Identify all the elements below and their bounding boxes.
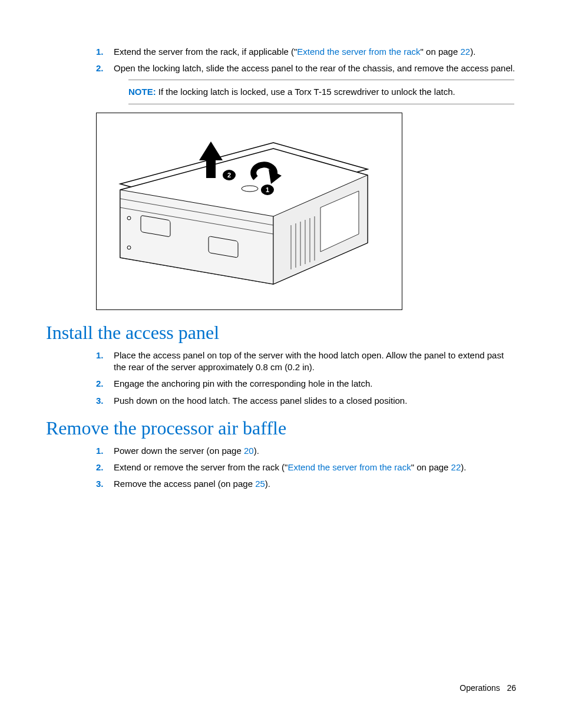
step-text-pre: Extend or remove the server from the rac… bbox=[114, 462, 287, 472]
step-text-post: ). bbox=[470, 47, 475, 57]
step-number: 1. bbox=[96, 350, 104, 361]
step-text-post: ). bbox=[254, 446, 259, 456]
svg-point-24 bbox=[242, 186, 258, 192]
install-step-list: 1. Place the access panel on top of the … bbox=[46, 350, 516, 407]
step-text-post: ). bbox=[461, 462, 466, 472]
link-page-22[interactable]: 22 bbox=[451, 462, 461, 472]
step-item: 2. Extend or remove the server from the … bbox=[96, 462, 516, 473]
footer-page-number: 26 bbox=[507, 683, 516, 693]
step-item: 1. Extend the server from the rack, if a… bbox=[96, 46, 516, 58]
step-number: 3. bbox=[96, 478, 104, 490]
step-item: 2. Engage the anchoring pin with the cor… bbox=[96, 378, 516, 390]
note-text: If the locking latch is locked, use a To… bbox=[156, 87, 455, 97]
step-item: 1. Place the access panel on top of the … bbox=[96, 350, 516, 374]
heading-install-access-panel: Install the access panel bbox=[46, 322, 516, 344]
callout-1: 1 bbox=[261, 185, 274, 195]
link-page-25[interactable]: 25 bbox=[255, 479, 265, 489]
step-number: 2. bbox=[96, 378, 104, 390]
step-text-pre: Extend the server from the rack, if appl… bbox=[114, 47, 297, 57]
top-step-list: 1. Extend the server from the rack, if a… bbox=[46, 46, 516, 75]
note-label: NOTE: bbox=[128, 87, 156, 97]
link-page-20[interactable]: 20 bbox=[244, 446, 254, 456]
callout-2: 2 bbox=[223, 170, 236, 180]
svg-marker-18 bbox=[199, 141, 223, 160]
step-text-pre: Power down the server (on page bbox=[114, 446, 244, 456]
step-number: 2. bbox=[96, 62, 104, 74]
svg-text:1: 1 bbox=[266, 186, 269, 193]
step-number: 1. bbox=[96, 445, 104, 457]
step-text: Open the locking latch, slide the access… bbox=[114, 63, 515, 73]
step-text-pre: Remove the access panel (on page bbox=[114, 479, 255, 489]
step-text: Push down on the hood latch. The access … bbox=[114, 396, 407, 406]
step-item: 2. Open the locking latch, slide the acc… bbox=[96, 62, 516, 74]
svg-text:2: 2 bbox=[227, 172, 231, 179]
step-item: 1. Power down the server (on page 20). bbox=[96, 445, 516, 457]
step-number: 3. bbox=[96, 395, 104, 407]
step-text-mid: " on page bbox=[411, 462, 451, 472]
link-page-22[interactable]: 22 bbox=[460, 47, 470, 57]
server-illustration: 2 1 bbox=[97, 113, 402, 309]
step-item: 3. Remove the access panel (on page 25). bbox=[96, 478, 516, 490]
footer-section: Operations bbox=[459, 683, 500, 693]
page-footer: Operations 26 bbox=[459, 683, 516, 693]
link-extend-server[interactable]: Extend the server from the rack bbox=[287, 462, 411, 472]
step-number: 1. bbox=[96, 46, 104, 58]
step-text: Engage the anchoring pin with the corres… bbox=[114, 378, 372, 388]
link-extend-server[interactable]: Extend the server from the rack bbox=[297, 47, 420, 57]
step-number: 2. bbox=[96, 462, 104, 473]
server-access-panel-figure: 2 1 bbox=[96, 113, 402, 310]
heading-remove-processor-air-baffle: Remove the processor air baffle bbox=[46, 417, 516, 439]
step-text-post: ). bbox=[265, 479, 270, 489]
step-text-mid: " on page bbox=[421, 47, 461, 57]
step-text: Place the access panel on top of the ser… bbox=[114, 350, 504, 372]
remove-step-list: 1. Power down the server (on page 20). 2… bbox=[46, 445, 516, 490]
note-callout: NOTE: If the locking latch is locked, us… bbox=[128, 80, 514, 104]
step-item: 3. Push down on the hood latch. The acce… bbox=[96, 395, 516, 407]
